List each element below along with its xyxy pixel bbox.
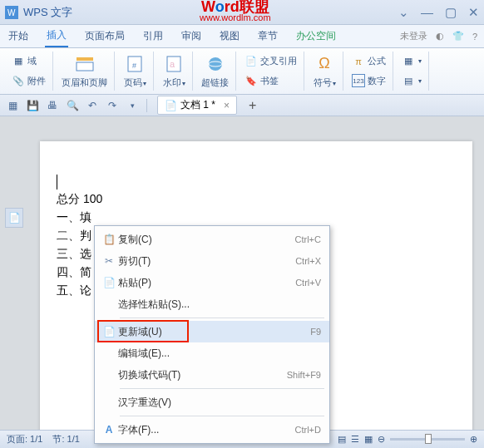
ctx-separator [120,318,324,318]
tab-office[interactable]: 办公空间 [294,26,338,47]
update-icon: 📄 [100,326,118,337]
tab-view[interactable]: 视图 [218,26,241,47]
font-icon: A [100,424,118,436]
shirt-icon[interactable]: 👕 [452,31,464,42]
status-page: 页面: 1/1 [7,433,42,446]
number-button[interactable]: 123数字 [350,72,388,89]
page-number-icon: # [123,54,146,74]
save-icon[interactable]: 💾 [25,98,40,113]
print-icon[interactable]: 🖶 [45,98,60,113]
bookmark-icon: 🔖 [244,74,258,87]
tab-layout[interactable]: 页面布局 [83,26,126,47]
svg-text:W: W [7,8,16,17]
hyperlink-icon [204,54,227,74]
doc-tab-name: 文档 1 * [180,98,215,112]
watermark-icon: a [162,54,185,74]
ctx-edit-field[interactable]: 编辑域(E)... [95,342,329,364]
number-icon: 123 [352,74,365,87]
ctx-paste[interactable]: 📄粘贴(P)Ctrl+V [95,272,329,293]
maximize-icon[interactable]: ▢ [445,5,457,20]
svg-point-8 [209,57,222,71]
cross-ref-icon: 📄 [244,55,258,68]
attachment-icon: 📎 [12,74,25,87]
paste-icon: 📄 [100,277,118,288]
redo-icon[interactable]: ↷ [105,98,120,113]
minimize-icon[interactable]: — [421,5,433,20]
app-title: WPS 文字 [23,5,72,20]
cross-ref-button[interactable]: 📄交叉引用 [243,53,299,70]
svg-rect-2 [77,57,93,61]
view-page-icon[interactable]: ▤ [338,434,346,445]
grid2-icon: ▤ [402,74,415,87]
ctx-update-field[interactable]: 📄更新域(U)F9 [95,321,329,342]
grid-icon: ▦ [402,55,415,68]
hyperlink-button[interactable]: 超链接 [200,52,230,91]
skin-icon[interactable]: ◐ [436,31,444,42]
watermark-button[interactable]: a水印▾ [161,52,187,91]
misc-button-1[interactable]: ▦▾ [400,53,423,70]
preview-icon[interactable]: 🔍 [65,98,80,113]
help-icon[interactable]: ? [472,32,477,42]
svg-rect-3 [77,62,93,71]
tab-insert[interactable]: 插入 [45,25,68,47]
header-footer-button[interactable]: 页眉和页脚 [60,52,109,91]
zoom-slider[interactable] [390,438,465,441]
field-button[interactable]: ▦域 [10,53,47,70]
ctx-toggle-code[interactable]: 切换域代码(T)Shift+F9 [95,364,329,386]
ctx-copy[interactable]: 📋复制(C)Ctrl+C [95,229,329,250]
svg-text:#: # [132,62,136,70]
status-section: 节: 1/1 [52,433,79,446]
watermark: Word联盟 www.wordlm.com [200,2,271,23]
ctx-reselect[interactable]: 汉字重选(V) [95,391,329,413]
document-tab[interactable]: 📄 文档 1 * × [157,96,237,115]
add-tab-button[interactable]: + [249,98,256,113]
doc-icon: 📄 [165,100,177,111]
tab-start[interactable]: 开始 [7,26,30,47]
side-panel-icon[interactable]: 📄 [5,208,23,228]
close-tab-icon[interactable]: × [224,100,230,111]
ctx-separator [120,416,324,416]
ctx-cut[interactable]: ✂剪切(T)Ctrl+X [95,250,329,272]
ctx-separator [120,388,324,389]
formula-icon: π [352,55,365,68]
symbol-icon: Ω [313,54,336,74]
field-icon: ▦ [12,55,25,68]
ctx-font[interactable]: A字体(F)...Ctrl+D [95,419,329,441]
formula-button[interactable]: π公式 [350,53,388,70]
symbol-button[interactable]: Ω符号▾ [311,52,338,91]
undo-icon[interactable]: ↶ [85,98,100,113]
cut-icon: ✂ [100,255,118,267]
svg-text:a: a [170,59,175,69]
view-web-icon[interactable]: ▦ [364,434,373,445]
ribbon-toggle-icon[interactable]: ⌄ [398,5,409,20]
qat-more-icon[interactable]: ▾ [125,98,140,113]
context-menu: 📋复制(C)Ctrl+C ✂剪切(T)Ctrl+X 📄粘贴(P)Ctrl+V 选… [94,225,330,444]
bookmark-button[interactable]: 🔖书签 [243,72,299,89]
tab-sections[interactable]: 章节 [256,26,279,47]
login-link[interactable]: 未登录 [400,30,427,42]
tab-references[interactable]: 引用 [141,26,165,47]
header-footer-icon [73,54,96,74]
zoom-in-icon[interactable]: ⊕ [470,434,477,445]
close-icon[interactable]: ✕ [468,5,479,20]
misc-button-2[interactable]: ▤▾ [400,72,423,89]
copy-icon: 📋 [100,234,118,245]
attachment-button[interactable]: 📎附件 [10,72,47,89]
view-outline-icon[interactable]: ☰ [351,434,359,445]
wps-menu-icon[interactable]: ▦ [5,98,20,113]
zoom-out-icon[interactable]: ⊖ [378,434,385,445]
tab-review[interactable]: 审阅 [180,26,203,47]
app-icon: W [5,6,18,19]
page-number-button[interactable]: #页码▾ [121,52,148,91]
ctx-paste-special[interactable]: 选择性粘贴(S)... [95,293,329,315]
